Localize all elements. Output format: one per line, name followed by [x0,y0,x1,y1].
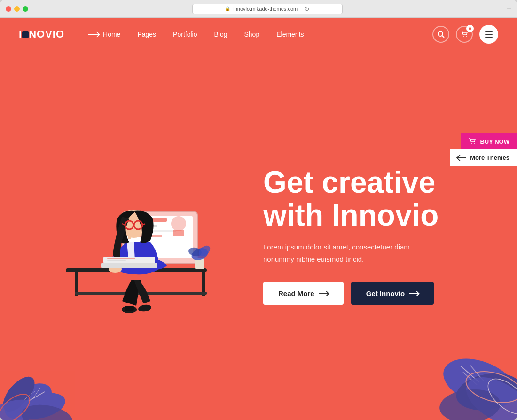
url-text: innovio.mikado-themes.com [233,6,298,12]
hamburger-menu[interactable] [479,25,498,44]
svg-point-54 [471,143,472,144]
close-button[interactable] [6,6,11,12]
navigation-bar: INOVIO Home Pages Portfolio Blog Shop El… [0,18,517,51]
website-content: INOVIO Home Pages Portfolio Blog Shop El… [0,18,517,420]
read-more-arrow [319,293,329,294]
maximize-button[interactable] [23,6,28,12]
cart-icon [461,31,468,38]
minimize-button[interactable] [14,6,20,12]
nav-icons: 0 [432,25,498,44]
svg-point-55 [474,143,475,144]
traffic-lights [6,6,28,12]
woman-illustration [28,141,226,339]
read-more-button[interactable]: Read More [263,282,344,305]
svg-point-0 [438,31,443,36]
svg-rect-22 [125,306,134,311]
buy-now-panel[interactable]: BUY NOW [461,133,517,150]
cart-button[interactable]: 0 [456,26,473,43]
search-button[interactable] [432,26,449,43]
svg-rect-33 [103,257,155,263]
nav-home-arrow [88,34,99,35]
more-themes-panel[interactable]: More Themes [450,149,517,166]
address-bar: 🔒 innovio.mikado-themes.com ↻ [70,4,465,14]
leaves-right-decoration [385,288,517,420]
new-tab-button[interactable]: + [506,4,511,14]
get-innovio-arrow [409,293,419,294]
cart-buy-icon [469,138,476,145]
more-themes-arrow-icon [458,157,466,158]
lock-icon: 🔒 [225,6,230,11]
hero-title: Get creative with Innovio [263,166,498,232]
svg-point-23 [138,304,152,313]
cart-badge: 0 [466,25,474,32]
nav-pages[interactable]: Pages [137,31,156,38]
browser-window: 🔒 innovio.mikado-themes.com ↻ + INOVIO H… [0,0,517,420]
hero-illustration [19,118,244,353]
browser-titlebar: 🔒 innovio.mikado-themes.com ↻ + [0,0,517,18]
svg-point-2 [463,36,464,37]
url-input[interactable]: 🔒 innovio.mikado-themes.com ↻ [192,4,343,14]
search-icon [437,31,445,38]
hero-buttons: Read More Get Innovio [263,282,498,305]
site-logo[interactable]: INOVIO [19,28,64,40]
svg-point-3 [466,36,467,37]
reload-icon[interactable]: ↻ [304,5,310,13]
svg-rect-35 [107,260,126,261]
svg-rect-32 [101,263,157,268]
menu-line-3 [485,37,493,38]
nav-links: Home Pages Portfolio Blog Shop Elements [88,31,432,38]
nav-portfolio[interactable]: Portfolio [173,31,197,38]
svg-line-1 [442,36,444,38]
nav-home[interactable]: Home [88,31,120,38]
nav-shop[interactable]: Shop [244,31,259,38]
menu-line-2 [485,34,493,35]
menu-line-1 [485,31,493,32]
svg-rect-34 [107,258,135,259]
get-innovio-button[interactable]: Get Innovio [351,282,434,305]
nav-elements[interactable]: Elements [276,31,304,38]
hero-text-content: Get creative with Innovio Lorem ipsum do… [244,166,517,305]
nav-blog[interactable]: Blog [214,31,227,38]
hero-subtitle: Lorem ipsum dolor sit amet, consectetuer… [263,241,423,265]
svg-point-14 [171,216,186,231]
svg-rect-15 [173,230,184,236]
